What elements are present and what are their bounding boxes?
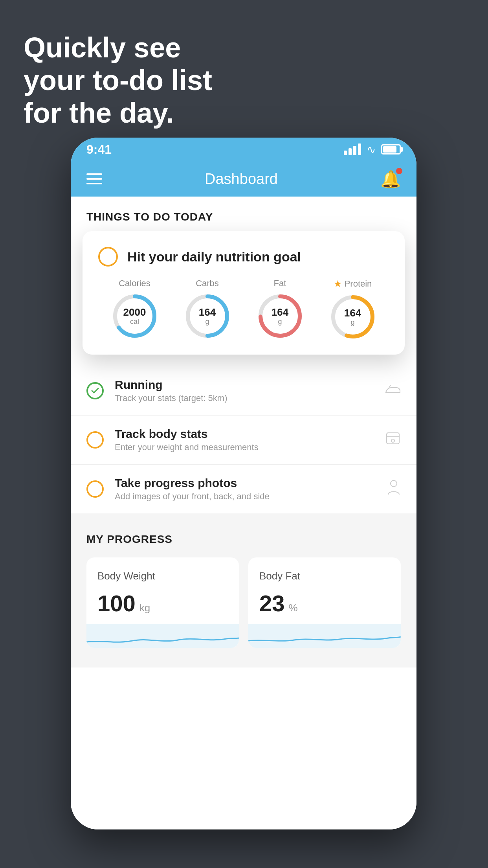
status-icons: ∿ xyxy=(344,143,401,156)
carbs-unit: g xyxy=(199,318,216,326)
status-bar: 9:41 ∿ xyxy=(71,138,416,161)
todo-running[interactable]: Running Track your stats (target: 5km) xyxy=(71,366,416,416)
body-weight-value: 100 xyxy=(97,590,136,616)
things-header: THINGS TO DO TODAY xyxy=(71,197,416,231)
protein-unit: g xyxy=(344,318,361,326)
phone-content: THINGS TO DO TODAY Hit your daily nutrit… xyxy=(71,197,416,829)
progress-section: MY PROGRESS Body Weight 100 kg xyxy=(71,513,416,668)
svg-point-11 xyxy=(391,480,397,487)
protein-circle: 164 g xyxy=(329,293,376,340)
running-subtitle: Track your stats (target: 5km) xyxy=(115,393,385,403)
hero-line1: Quickly see xyxy=(24,31,212,64)
calories-value: 2000 xyxy=(123,307,146,318)
body-fat-title: Body Fat xyxy=(259,570,390,582)
photos-title: Take progress photos xyxy=(115,476,387,490)
todo-body-stats[interactable]: Track body stats Enter your weight and m… xyxy=(71,416,416,465)
body-stats-text: Track body stats Enter your weight and m… xyxy=(115,427,385,452)
nutrition-protein: ★ Protein 164 g xyxy=(329,278,376,340)
body-weight-sparkline xyxy=(86,624,239,648)
star-icon: ★ xyxy=(334,278,342,289)
fat-value: 164 xyxy=(272,307,288,318)
body-fat-value: 23 xyxy=(259,590,285,616)
nutrition-fat: Fat 164 g xyxy=(257,278,304,340)
fat-unit: g xyxy=(272,318,288,326)
photos-subtitle: Add images of your front, back, and side xyxy=(115,491,387,502)
progress-heading: MY PROGRESS xyxy=(86,533,401,546)
body-weight-title: Body Weight xyxy=(97,570,228,582)
todo-list: Running Track your stats (target: 5km) xyxy=(71,366,416,513)
body-fat-unit: % xyxy=(289,602,298,614)
things-section: THINGS TO DO TODAY Hit your daily nutrit… xyxy=(71,197,416,513)
protein-label-row: ★ Protein xyxy=(334,278,372,289)
body-fat-card[interactable]: Body Fat 23 % xyxy=(248,557,401,648)
nutrition-circle-check[interactable] xyxy=(98,247,118,267)
phone-frame: 9:41 ∿ Dashboard 🔔 xyxy=(71,138,416,829)
running-text: Running Track your stats (target: 5km) xyxy=(115,378,385,403)
carbs-value: 164 xyxy=(199,307,216,318)
protein-label: Protein xyxy=(345,279,372,289)
wifi-icon: ∿ xyxy=(367,143,376,156)
nutrition-card-title: Hit your daily nutrition goal xyxy=(127,249,301,265)
todo-photos[interactable]: Take progress photos Add images of your … xyxy=(71,465,416,513)
hero-line3: for the day. xyxy=(24,97,212,129)
nutrition-calories: Calories 2000 cal xyxy=(111,278,158,340)
body-weight-value-row: 100 kg xyxy=(97,590,228,616)
carbs-circle: 164 g xyxy=(184,292,231,340)
hero-text: Quickly see your to-do list for the day. xyxy=(24,31,212,129)
svg-point-10 xyxy=(391,439,394,442)
photos-circle xyxy=(86,480,104,498)
body-stats-subtitle: Enter your weight and measurements xyxy=(115,442,385,452)
signal-icon xyxy=(344,143,361,155)
body-fat-value-row: 23 % xyxy=(259,590,390,616)
battery-icon xyxy=(381,144,401,154)
body-weight-card[interactable]: Body Weight 100 kg xyxy=(86,557,239,648)
bell-notification-dot xyxy=(396,168,402,174)
shoe-icon xyxy=(385,383,401,399)
nutrition-card: Hit your daily nutrition goal Calories 2 xyxy=(83,231,405,355)
photos-text: Take progress photos Add images of your … xyxy=(115,476,387,502)
progress-cards: Body Weight 100 kg Body Fat 23 xyxy=(86,557,401,648)
protein-value: 164 xyxy=(344,307,361,319)
fat-label: Fat xyxy=(274,278,286,289)
calories-circle: 2000 cal xyxy=(111,292,158,340)
hamburger-menu-icon[interactable] xyxy=(86,173,102,184)
body-fat-sparkline xyxy=(248,624,401,648)
calories-unit: cal xyxy=(123,318,146,326)
carbs-label: Carbs xyxy=(196,278,219,289)
calories-label: Calories xyxy=(119,278,150,289)
nutrition-carbs: Carbs 164 g xyxy=(184,278,231,340)
body-stats-circle xyxy=(86,431,104,449)
card-title-row: Hit your daily nutrition goal xyxy=(98,247,389,267)
scale-icon xyxy=(385,431,401,449)
fat-circle: 164 g xyxy=(257,292,304,340)
running-circle xyxy=(86,382,104,399)
hero-line2: your to-do list xyxy=(24,64,212,97)
status-time: 9:41 xyxy=(86,142,112,157)
body-weight-unit: kg xyxy=(139,602,150,614)
header-title: Dashboard xyxy=(205,171,278,188)
person-icon xyxy=(387,480,401,499)
body-stats-title: Track body stats xyxy=(115,427,385,441)
running-title: Running xyxy=(115,378,385,392)
bell-icon[interactable]: 🔔 xyxy=(380,169,401,189)
app-header: Dashboard 🔔 xyxy=(71,161,416,197)
nutrition-row: Calories 2000 cal xyxy=(98,278,389,340)
